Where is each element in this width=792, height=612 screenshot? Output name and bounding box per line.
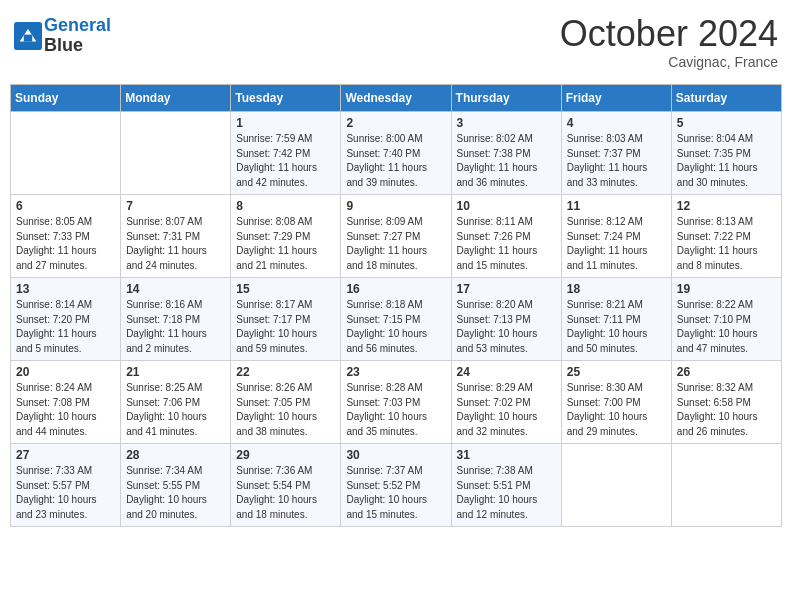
logo-text: General Blue [44, 16, 111, 56]
calendar-cell: 20Sunrise: 8:24 AM Sunset: 7:08 PM Dayli… [11, 361, 121, 444]
day-number: 5 [677, 116, 776, 130]
day-header-sunday: Sunday [11, 85, 121, 112]
calendar-cell: 7Sunrise: 8:07 AM Sunset: 7:31 PM Daylig… [121, 195, 231, 278]
day-number: 23 [346, 365, 445, 379]
day-number: 7 [126, 199, 225, 213]
day-info: Sunrise: 8:30 AM Sunset: 7:00 PM Dayligh… [567, 381, 666, 439]
day-info: Sunrise: 8:16 AM Sunset: 7:18 PM Dayligh… [126, 298, 225, 356]
calendar-table: SundayMondayTuesdayWednesdayThursdayFrid… [10, 84, 782, 527]
day-number: 26 [677, 365, 776, 379]
day-number: 4 [567, 116, 666, 130]
calendar-cell: 10Sunrise: 8:11 AM Sunset: 7:26 PM Dayli… [451, 195, 561, 278]
day-number: 16 [346, 282, 445, 296]
day-info: Sunrise: 8:05 AM Sunset: 7:33 PM Dayligh… [16, 215, 115, 273]
day-header-monday: Monday [121, 85, 231, 112]
day-info: Sunrise: 8:20 AM Sunset: 7:13 PM Dayligh… [457, 298, 556, 356]
day-info: Sunrise: 8:07 AM Sunset: 7:31 PM Dayligh… [126, 215, 225, 273]
calendar-cell: 4Sunrise: 8:03 AM Sunset: 7:37 PM Daylig… [561, 112, 671, 195]
day-header-thursday: Thursday [451, 85, 561, 112]
calendar-cell: 1Sunrise: 7:59 AM Sunset: 7:42 PM Daylig… [231, 112, 341, 195]
day-number: 9 [346, 199, 445, 213]
day-number: 14 [126, 282, 225, 296]
calendar-cell: 15Sunrise: 8:17 AM Sunset: 7:17 PM Dayli… [231, 278, 341, 361]
day-info: Sunrise: 7:34 AM Sunset: 5:55 PM Dayligh… [126, 464, 225, 522]
calendar-cell: 5Sunrise: 8:04 AM Sunset: 7:35 PM Daylig… [671, 112, 781, 195]
day-info: Sunrise: 8:18 AM Sunset: 7:15 PM Dayligh… [346, 298, 445, 356]
day-info: Sunrise: 8:32 AM Sunset: 6:58 PM Dayligh… [677, 381, 776, 439]
day-info: Sunrise: 8:12 AM Sunset: 7:24 PM Dayligh… [567, 215, 666, 273]
calendar-cell: 31Sunrise: 7:38 AM Sunset: 5:51 PM Dayli… [451, 444, 561, 527]
day-number: 1 [236, 116, 335, 130]
calendar-cell: 2Sunrise: 8:00 AM Sunset: 7:40 PM Daylig… [341, 112, 451, 195]
day-number: 25 [567, 365, 666, 379]
calendar-cell: 12Sunrise: 8:13 AM Sunset: 7:22 PM Dayli… [671, 195, 781, 278]
location: Cavignac, France [560, 54, 778, 70]
calendar-cell [671, 444, 781, 527]
day-info: Sunrise: 8:00 AM Sunset: 7:40 PM Dayligh… [346, 132, 445, 190]
day-number: 10 [457, 199, 556, 213]
day-info: Sunrise: 8:09 AM Sunset: 7:27 PM Dayligh… [346, 215, 445, 273]
calendar-cell: 23Sunrise: 8:28 AM Sunset: 7:03 PM Dayli… [341, 361, 451, 444]
day-number: 28 [126, 448, 225, 462]
calendar-cell: 14Sunrise: 8:16 AM Sunset: 7:18 PM Dayli… [121, 278, 231, 361]
day-info: Sunrise: 8:11 AM Sunset: 7:26 PM Dayligh… [457, 215, 556, 273]
day-number: 31 [457, 448, 556, 462]
day-info: Sunrise: 7:38 AM Sunset: 5:51 PM Dayligh… [457, 464, 556, 522]
calendar-cell: 17Sunrise: 8:20 AM Sunset: 7:13 PM Dayli… [451, 278, 561, 361]
day-header-tuesday: Tuesday [231, 85, 341, 112]
calendar-cell: 13Sunrise: 8:14 AM Sunset: 7:20 PM Dayli… [11, 278, 121, 361]
calendar-cell [561, 444, 671, 527]
day-number: 30 [346, 448, 445, 462]
day-info: Sunrise: 8:28 AM Sunset: 7:03 PM Dayligh… [346, 381, 445, 439]
day-number: 11 [567, 199, 666, 213]
day-info: Sunrise: 8:03 AM Sunset: 7:37 PM Dayligh… [567, 132, 666, 190]
day-number: 24 [457, 365, 556, 379]
calendar-cell: 30Sunrise: 7:37 AM Sunset: 5:52 PM Dayli… [341, 444, 451, 527]
day-number: 2 [346, 116, 445, 130]
calendar-cell: 27Sunrise: 7:33 AM Sunset: 5:57 PM Dayli… [11, 444, 121, 527]
calendar-cell: 19Sunrise: 8:22 AM Sunset: 7:10 PM Dayli… [671, 278, 781, 361]
day-info: Sunrise: 8:29 AM Sunset: 7:02 PM Dayligh… [457, 381, 556, 439]
day-number: 29 [236, 448, 335, 462]
day-info: Sunrise: 7:59 AM Sunset: 7:42 PM Dayligh… [236, 132, 335, 190]
calendar-cell: 28Sunrise: 7:34 AM Sunset: 5:55 PM Dayli… [121, 444, 231, 527]
day-info: Sunrise: 8:08 AM Sunset: 7:29 PM Dayligh… [236, 215, 335, 273]
day-number: 20 [16, 365, 115, 379]
day-number: 3 [457, 116, 556, 130]
calendar-cell: 29Sunrise: 7:36 AM Sunset: 5:54 PM Dayli… [231, 444, 341, 527]
svg-rect-2 [24, 34, 32, 41]
day-info: Sunrise: 7:36 AM Sunset: 5:54 PM Dayligh… [236, 464, 335, 522]
logo-icon [14, 22, 42, 50]
calendar-cell: 21Sunrise: 8:25 AM Sunset: 7:06 PM Dayli… [121, 361, 231, 444]
day-number: 8 [236, 199, 335, 213]
day-info: Sunrise: 8:14 AM Sunset: 7:20 PM Dayligh… [16, 298, 115, 356]
day-info: Sunrise: 8:02 AM Sunset: 7:38 PM Dayligh… [457, 132, 556, 190]
calendar-cell: 22Sunrise: 8:26 AM Sunset: 7:05 PM Dayli… [231, 361, 341, 444]
day-info: Sunrise: 8:21 AM Sunset: 7:11 PM Dayligh… [567, 298, 666, 356]
day-info: Sunrise: 7:37 AM Sunset: 5:52 PM Dayligh… [346, 464, 445, 522]
day-info: Sunrise: 8:22 AM Sunset: 7:10 PM Dayligh… [677, 298, 776, 356]
day-number: 13 [16, 282, 115, 296]
day-info: Sunrise: 8:25 AM Sunset: 7:06 PM Dayligh… [126, 381, 225, 439]
calendar-cell: 16Sunrise: 8:18 AM Sunset: 7:15 PM Dayli… [341, 278, 451, 361]
day-number: 12 [677, 199, 776, 213]
title-block: October 2024 Cavignac, France [560, 16, 778, 70]
calendar-cell [11, 112, 121, 195]
page-header: General Blue October 2024 Cavignac, Fran… [10, 10, 782, 76]
calendar-cell: 18Sunrise: 8:21 AM Sunset: 7:11 PM Dayli… [561, 278, 671, 361]
day-number: 18 [567, 282, 666, 296]
day-info: Sunrise: 8:24 AM Sunset: 7:08 PM Dayligh… [16, 381, 115, 439]
day-number: 22 [236, 365, 335, 379]
calendar-cell: 26Sunrise: 8:32 AM Sunset: 6:58 PM Dayli… [671, 361, 781, 444]
day-info: Sunrise: 8:26 AM Sunset: 7:05 PM Dayligh… [236, 381, 335, 439]
day-number: 27 [16, 448, 115, 462]
day-header-saturday: Saturday [671, 85, 781, 112]
calendar-cell [121, 112, 231, 195]
calendar-cell: 24Sunrise: 8:29 AM Sunset: 7:02 PM Dayli… [451, 361, 561, 444]
calendar-cell: 11Sunrise: 8:12 AM Sunset: 7:24 PM Dayli… [561, 195, 671, 278]
calendar-cell: 8Sunrise: 8:08 AM Sunset: 7:29 PM Daylig… [231, 195, 341, 278]
logo: General Blue [14, 16, 111, 56]
calendar-cell: 9Sunrise: 8:09 AM Sunset: 7:27 PM Daylig… [341, 195, 451, 278]
day-info: Sunrise: 8:13 AM Sunset: 7:22 PM Dayligh… [677, 215, 776, 273]
day-info: Sunrise: 8:17 AM Sunset: 7:17 PM Dayligh… [236, 298, 335, 356]
